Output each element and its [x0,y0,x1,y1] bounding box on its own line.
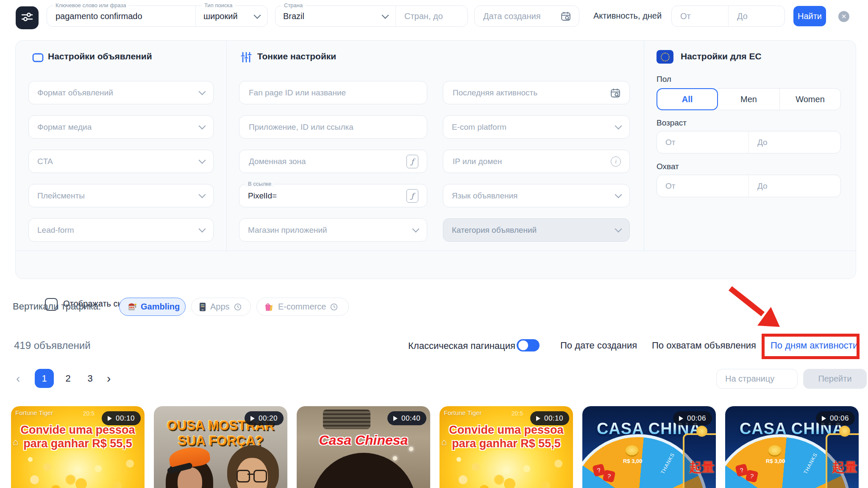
search-type-select[interactable]: Тип поиска широкий [195,6,267,26]
reach-to-field[interactable] [748,175,840,197]
ad-language-select[interactable]: Язык объявления [443,184,630,207]
chevron-down-icon [254,11,261,19]
lead-form-select[interactable]: Lead-form [28,218,214,242]
column-divider [226,41,227,251]
search-button[interactable]: Найти [793,6,826,26]
domain-zone-input[interactable] [248,156,401,167]
sliders-icon [21,11,33,25]
function-icon[interactable]: ƒ [406,189,418,203]
fan-page-input[interactable] [248,88,418,98]
duration-text: 00:10 [116,414,135,423]
ip-domain-field[interactable]: i [443,150,630,173]
ad-card[interactable]: 00:06 CASA CHINA R$ 3,00 ? ? THANKS 起量 [725,406,859,488]
play-icon [250,416,255,421]
countries-to-field[interactable] [395,6,467,26]
filters-menu-button[interactable] [16,6,39,29]
reach-from-input[interactable] [665,181,741,191]
classic-pagination-toggle[interactable] [517,339,540,351]
per-page-field[interactable] [716,369,798,389]
vertical-chip-gambling[interactable]: Gambling [119,298,186,316]
duration-badge: 00:06 [673,411,712,425]
keyword-input[interactable] [55,11,188,22]
date-created-field[interactable] [474,6,579,27]
fine-settings-icon [241,52,252,64]
ad-card[interactable]: 00:20 OUSA MOSTRARSUA FORÇA? [154,406,287,488]
activity-from-field[interactable] [672,6,728,26]
next-page-button[interactable]: › [107,371,111,386]
activity-days-label: Активность, дней [593,6,662,26]
date-created-input[interactable] [482,11,557,22]
ad-card[interactable]: Fortune Tiger 20:5 00:10 Convide uma pes… [440,406,573,488]
age-from-input[interactable] [665,137,741,148]
age-range-group [657,131,841,153]
last-activity-input[interactable] [452,88,606,98]
in-link-value: PixelId= [248,191,401,201]
age-from-field[interactable] [657,131,748,153]
keyword-label: Ключевое слово или фраза [53,2,128,8]
ip-domain-input[interactable] [452,156,606,167]
age-to-field[interactable] [748,131,840,153]
in-link-field[interactable]: В ссылке PixelId= ƒ [239,184,427,207]
app-id-input[interactable] [248,122,418,132]
filters-panel: Настройки объявлений Формат объявлений Ф… [15,40,856,279]
annotation-arrow [718,279,790,332]
gender-all-button[interactable]: All [657,88,718,110]
calendar-search-icon[interactable] [610,87,621,98]
duration-badge: 00:10 [530,411,569,425]
dice-icon: ? [603,470,616,483]
ad-card[interactable]: 00:06 CASA CHINA R$ 3,00 ? ? THANKS 起量 [582,406,716,488]
coins-sparkles [456,457,461,462]
close-icon: ✕ [841,13,847,20]
function-icon[interactable]: ƒ [406,155,418,168]
person-hair [311,453,416,488]
domain-zone-field[interactable]: ƒ [239,150,427,173]
play-icon [393,416,398,421]
per-page-input[interactable] [724,374,790,384]
reach-from-field[interactable] [657,175,748,197]
activity-from-input[interactable] [679,11,721,22]
ad-card[interactable]: 00:40 Casa Chinesa [297,406,430,488]
reach-to-input[interactable] [757,181,833,191]
shopping-bags-icon [264,302,274,312]
gender-women-button[interactable]: Women [779,88,841,110]
app-store-select[interactable]: Магазин приложений [239,218,427,242]
ceiling-light [393,456,397,460]
prev-page-button[interactable]: ‹ [16,371,20,386]
chevron-down-icon [615,191,622,198]
slot-machine-icon [127,302,136,312]
go-to-page-button[interactable]: Перейти [803,369,867,389]
age-to-input[interactable] [757,137,833,148]
activity-to-input[interactable] [736,11,777,22]
vertical-chip-ecommerce[interactable]: E-commerce [256,298,349,316]
ecom-platform-select[interactable]: E-com platform [443,115,630,139]
country-select[interactable]: Страна Brazil [275,6,395,26]
page-button-3[interactable]: 3 [81,369,100,388]
media-format-select[interactable]: Формат медиа [28,115,214,139]
sort-by-date-option[interactable]: По дате создания [560,340,637,351]
sort-by-reach-option[interactable]: По охватам объявления [652,340,756,351]
play-icon [679,416,683,421]
duration-text: 00:10 [544,414,563,423]
fan-page-field[interactable] [239,81,427,104]
play-icon [822,416,826,421]
page-button-2[interactable]: 2 [58,369,78,388]
gold-shield: 起量 [826,433,859,488]
page-button-1[interactable]: 1 [35,369,54,388]
in-link-label: В ссылке [245,181,274,187]
keyword-field[interactable]: Ключевое слово или фраза [47,6,195,26]
card-corner-text: 20:5 [83,410,95,417]
app-id-field[interactable] [239,115,427,139]
last-activity-field[interactable] [443,81,630,104]
vertical-chip-apps[interactable]: Apps [191,298,251,316]
ad-card[interactable]: Fortune Tiger 20:5 00:10 Convide uma pes… [11,406,145,488]
activity-to-field[interactable] [728,6,785,26]
gender-men-button[interactable]: Men [718,88,779,110]
placements-select[interactable]: Плейсменты [28,184,214,207]
reset-filters-button[interactable]: ✕ [838,11,849,22]
card-brand-text: Fortune Tiger [444,409,481,416]
calendar-search-icon[interactable] [560,11,571,22]
coin-icon [626,445,638,455]
cta-select[interactable]: CTA [28,150,214,173]
countries-to-input[interactable] [403,11,460,22]
ad-format-select[interactable]: Формат объявлений [28,81,214,104]
